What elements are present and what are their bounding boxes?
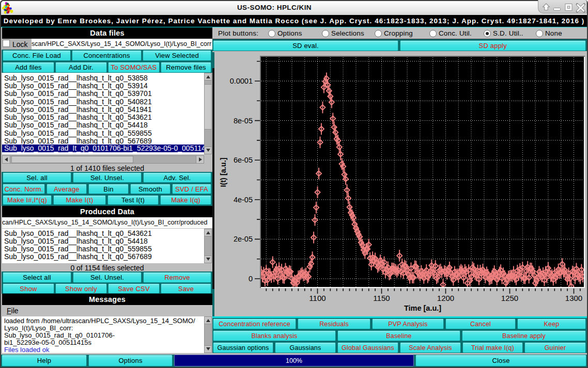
svg-text:1250: 1250: [501, 294, 518, 302]
svg-text:8e-05: 8e-05: [234, 117, 253, 125]
svg-text:1300: 1300: [565, 294, 582, 302]
svg-text:1150: 1150: [373, 294, 390, 302]
svg-text:6e-05: 6e-05: [234, 156, 253, 164]
svg-text:4e-05: 4e-05: [234, 196, 253, 204]
svg-text:I(t) [a.u.]: I(t) [a.u.]: [219, 157, 227, 187]
svg-text:1200: 1200: [437, 294, 454, 302]
svg-text:Time [a.u.]: Time [a.u.]: [404, 304, 441, 312]
svg-text:0: 0: [249, 275, 253, 283]
svg-text:1100: 1100: [309, 294, 326, 302]
svg-text:2e-05: 2e-05: [234, 235, 253, 243]
svg-text:0.0001: 0.0001: [230, 77, 253, 85]
